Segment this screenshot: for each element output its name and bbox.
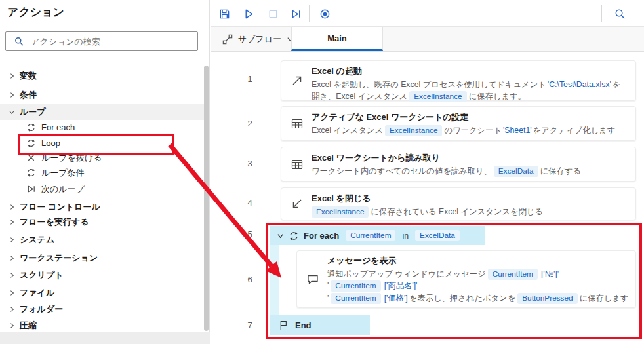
sidebar-item-label: ループを抜ける <box>41 152 102 164</box>
action-title: Excel の起動 <box>312 66 628 77</box>
worksheet-icon <box>291 117 304 130</box>
run-button[interactable] <box>241 7 256 21</box>
action-launch-excel[interactable]: Excel の起動 Excel を起動し、既存の Excel プロセスを使用して… <box>281 60 636 101</box>
action-search-box[interactable] <box>5 31 198 51</box>
key-reference: ['商品名']' <box>384 281 418 290</box>
close-excel-icon <box>291 197 304 210</box>
chevron-right-icon <box>9 255 15 261</box>
sidebar-group-run-flow[interactable]: フローを実行する <box>0 214 205 230</box>
sidebar-item-label: 条件 <box>20 89 37 101</box>
flow-canvas: 1 2 3 4 5 6 7 Excel の起動 Excel を起動し、既存の E… <box>211 52 644 344</box>
sidebar-item-label: Loop <box>41 138 60 148</box>
action-for-each-header[interactable]: For each CurrentItem in ExcelData <box>270 226 485 245</box>
sidebar-group-compression[interactable]: 圧縮 <box>0 317 205 334</box>
sidebar-group-flow-control[interactable]: フロー コントロール <box>0 199 205 215</box>
variable-badge: ExcelData <box>415 230 460 241</box>
stop-button[interactable] <box>266 7 280 21</box>
end-label: End <box>295 320 312 330</box>
sidebar-group-files[interactable]: ファイル <box>0 284 205 301</box>
sidebar-group-scripts[interactable]: スクリプト <box>0 267 205 283</box>
loop-icon <box>26 168 36 178</box>
variable-badge: ExcelData <box>494 166 538 177</box>
file-path: 'C:\Test\Data.xlsx' <box>548 80 611 89</box>
chevron-right-icon <box>9 92 15 98</box>
chevron-down-icon <box>9 109 15 115</box>
key-reference: ['価格'] <box>384 294 408 303</box>
record-icon <box>319 8 331 20</box>
sidebar-bottom-strip <box>0 332 210 344</box>
save-button[interactable] <box>217 7 231 21</box>
action-title: Excel ワークシートから読み取り <box>312 152 628 164</box>
variable-badge: ExcelInstance <box>409 91 466 102</box>
line-number: 1 <box>242 74 258 84</box>
tab-main-label: Main <box>327 33 347 43</box>
sidebar-group-loops[interactable]: ループ <box>0 104 205 120</box>
search-flow-button[interactable] <box>613 7 627 21</box>
sidebar-item-loop-condition[interactable]: ループ条件 <box>0 164 205 181</box>
sidebar-group-variables[interactable]: 変数 <box>0 67 205 84</box>
line-number: 6 <box>242 275 258 284</box>
exit-loop-icon <box>26 153 36 162</box>
save-icon <box>218 8 231 20</box>
chevron-right-icon <box>9 219 15 225</box>
subflow-icon <box>222 34 233 45</box>
action-close-excel[interactable]: Excel を閉じる ExcelInstanceに保存されている Excel イ… <box>281 187 636 220</box>
action-set-active-worksheet[interactable]: アクティブな Excel ワークシートの設定 Excel インスタンスExcel… <box>281 106 636 141</box>
sidebar-item-label: スクリプト <box>20 269 64 281</box>
variable-badge: CurrentItem <box>488 269 538 280</box>
chevron-right-icon <box>9 322 15 329</box>
sidebar-item-for-each[interactable]: For each <box>0 119 205 136</box>
toolbar-separator <box>601 5 602 22</box>
loop-body-indent-strip <box>270 245 279 315</box>
variable-badge: ExcelInstance <box>312 206 369 218</box>
action-read-worksheet[interactable]: Excel ワークシートから読み取り ワークシート内のすべてのセルの値を読み取り… <box>281 147 636 182</box>
line-number: 7 <box>242 320 258 330</box>
action-description-line: 'CurrentItem['商品名']' <box>327 280 628 292</box>
sidebar-group-system[interactable]: システム <box>0 231 205 248</box>
sidebar-item-label: ループ <box>20 106 46 118</box>
sidebar-item-next-loop[interactable]: 次のループ <box>0 181 205 197</box>
loop-icon <box>289 231 299 241</box>
chevron-down-icon[interactable] <box>277 232 284 239</box>
subflow-dropdown[interactable]: サブフロー <box>218 27 298 51</box>
sidebar-group-conditions[interactable]: 条件 <box>0 86 205 103</box>
sidebar-group-folders[interactable]: フォルダー <box>0 301 205 317</box>
action-title: アクティブな Excel ワークシートの設定 <box>312 111 628 123</box>
search-icon <box>14 36 24 47</box>
search-input[interactable] <box>30 36 197 47</box>
action-show-message[interactable]: メッセージを表示 通知ポップアップ ウィンドウにメッセージCurrentItem… <box>296 250 636 308</box>
action-description-line: 通知ポップアップ ウィンドウにメッセージCurrentItem['№']' <box>327 268 628 280</box>
sidebar-scrollbar[interactable] <box>204 66 209 331</box>
sidebar-item-exit-loop[interactable]: ループを抜ける <box>0 149 205 166</box>
main-toolbar <box>211 0 644 27</box>
flag-icon <box>278 320 289 331</box>
action-description: ExcelInstanceに保存されている Excel インスタンスを閉じる <box>312 206 628 218</box>
run-next-action-button[interactable] <box>289 7 303 21</box>
actions-pane-title: アクション <box>7 5 64 20</box>
chevron-right-icon <box>9 272 15 278</box>
message-icon <box>306 273 319 286</box>
chevron-right-icon <box>9 306 15 313</box>
sidebar-item-label: フォルダー <box>20 303 63 315</box>
sidebar-group-workstation[interactable]: ワークステーション <box>0 250 205 266</box>
line-number: 4 <box>242 198 258 208</box>
action-end[interactable]: End <box>270 315 370 335</box>
stop-icon <box>267 8 279 20</box>
in-label: in <box>402 231 409 240</box>
line-number: 2 <box>242 119 258 128</box>
sidebar-item-label: 次のループ <box>41 183 85 195</box>
record-button[interactable] <box>317 7 332 21</box>
action-description-line: 'CurrentItem['価格']を表示し、押されたボタンをButtonPre… <box>327 292 628 304</box>
worksheet-icon <box>291 158 304 171</box>
subflow-tabstrip: サブフロー Main <box>211 27 644 52</box>
variable-badge: CurrentItem <box>346 230 395 241</box>
next-loop-icon <box>26 184 36 194</box>
loop-icon <box>26 123 36 132</box>
line-number: 3 <box>242 159 258 168</box>
chevron-right-icon <box>9 290 15 296</box>
tab-main[interactable]: Main <box>291 27 383 51</box>
power-automate-window: アクション 変数 条件 ループ For each Loop ループを抜ける <box>0 0 644 344</box>
sidebar-item-label: ファイル <box>20 287 54 299</box>
subflow-label: サブフロー <box>238 33 281 45</box>
sidebar-item-label: システム <box>20 234 54 246</box>
